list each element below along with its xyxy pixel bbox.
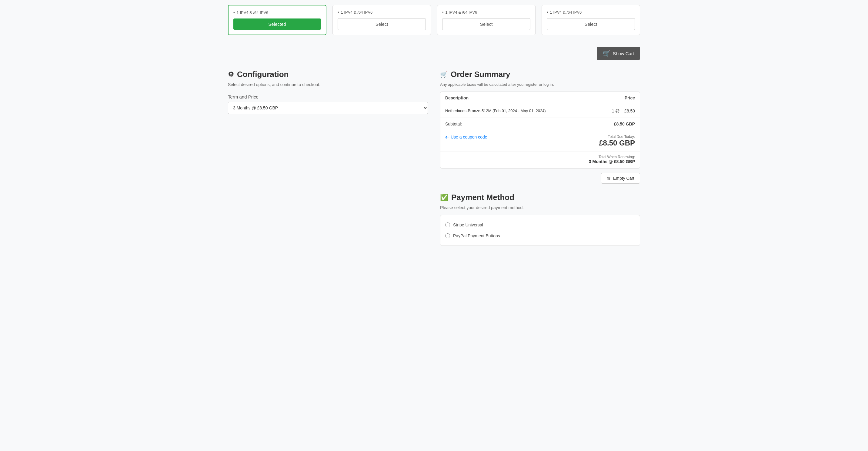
config-title: ⚙ Configuration bbox=[228, 70, 428, 79]
plan-4-select-button[interactable]: Select bbox=[547, 18, 635, 30]
empty-cart-label: Empty Cart bbox=[613, 176, 634, 181]
check-circle-icon: ✅ bbox=[440, 194, 448, 202]
plan-card-2: 1 IPV4 & /64 IPV6 Select bbox=[333, 5, 431, 35]
plan-card-4: 1 IPV4 & /64 IPV6 Select bbox=[541, 5, 640, 35]
order-item-row: Netherlands-Bronze-512M (Feb 01, 2024 - … bbox=[440, 104, 640, 118]
payment-section: ✅ Payment Method Please select your desi… bbox=[440, 193, 640, 246]
empty-cart-row: 🗑 Empty Cart bbox=[440, 173, 640, 184]
order-coupon-row: 🏷 Use a coupon code Total Due Today: £8.… bbox=[440, 130, 640, 152]
col-description: Description bbox=[445, 95, 469, 100]
empty-cart-button[interactable]: 🗑 Empty Cart bbox=[601, 173, 640, 184]
show-cart-label: Show Cart bbox=[613, 51, 634, 56]
total-due-label: Total Due Today: bbox=[599, 134, 635, 139]
subtotal-label: Subtotal: bbox=[445, 122, 462, 126]
item-price-value: £8.50 bbox=[624, 109, 635, 113]
payment-options-box: Stripe Universal PayPal Payment Buttons bbox=[440, 215, 640, 246]
plan-2-feature: 1 IPV4 & /64 IPV6 bbox=[338, 10, 426, 14]
plans-row: 1 IPV4 & /64 IPV6 Selected 1 IPV4 & /64 … bbox=[228, 0, 640, 40]
payment-option-stripe[interactable]: Stripe Universal bbox=[445, 219, 635, 230]
show-cart-button[interactable]: 🛒 Show Cart bbox=[597, 47, 640, 60]
renewing-value: 3 Months @ £8.50 GBP bbox=[445, 159, 635, 164]
order-item-description: Netherlands-Bronze-512M (Feb 01, 2024 - … bbox=[445, 109, 546, 113]
plan-1-select-button[interactable]: Selected bbox=[234, 19, 321, 30]
cart-icon-summary: 🛒 bbox=[440, 71, 447, 78]
item-qty: 1 @ bbox=[612, 109, 620, 113]
cart-icon: 🛒 bbox=[603, 50, 610, 57]
term-price-field: Term and Price 3 Months @ £8.50 GBP 1 Mo… bbox=[228, 94, 428, 114]
plan-card-1: 1 IPV4 & /64 IPV6 Selected bbox=[228, 5, 327, 35]
order-subtotal-row: Subtotal: £8.50 GBP bbox=[440, 118, 640, 130]
subtotal-value: £8.50 GBP bbox=[614, 122, 635, 126]
plan-card-3: 1 IPV4 & /64 IPV6 Select bbox=[437, 5, 535, 35]
payment-option-paypal[interactable]: PayPal Payment Buttons bbox=[445, 230, 635, 241]
paypal-label: PayPal Payment Buttons bbox=[453, 233, 500, 238]
order-table-header: Description Price bbox=[440, 92, 640, 104]
payment-subtitle: Please select your desired payment metho… bbox=[440, 205, 640, 210]
gear-icon: ⚙ bbox=[228, 71, 234, 79]
stripe-radio[interactable] bbox=[445, 222, 450, 227]
total-due-block: Total Due Today: £8.50 GBP bbox=[599, 134, 635, 147]
renewing-label: Total When Renewing: bbox=[445, 155, 635, 159]
show-cart-row: 🛒 Show Cart bbox=[228, 43, 640, 64]
plan-3-feature: 1 IPV4 & /64 IPV6 bbox=[442, 10, 530, 14]
order-item-price: 1 @ £8.50 bbox=[612, 109, 635, 113]
order-summary-section: 🛒 Order Summary Any applicable taxes wil… bbox=[440, 70, 640, 246]
term-price-select[interactable]: 3 Months @ £8.50 GBP 1 Month @ £3.50 GBP… bbox=[228, 102, 428, 114]
paypal-radio[interactable] bbox=[445, 233, 450, 238]
tag-icon: 🏷 bbox=[445, 134, 450, 140]
configuration-section: ⚙ Configuration Select desired options, … bbox=[228, 70, 428, 246]
main-content: ⚙ Configuration Select desired options, … bbox=[228, 70, 640, 246]
total-due-amount: £8.50 GBP bbox=[599, 139, 635, 147]
renewing-block: Total When Renewing: 3 Months @ £8.50 GB… bbox=[440, 152, 640, 168]
coupon-link[interactable]: 🏷 Use a coupon code bbox=[445, 134, 487, 140]
plan-1-feature: 1 IPV4 & /64 IPV6 bbox=[234, 10, 321, 15]
stripe-label: Stripe Universal bbox=[453, 222, 483, 227]
plan-2-select-button[interactable]: Select bbox=[338, 18, 426, 30]
order-summary-subtitle: Any applicable taxes will be calculated … bbox=[440, 82, 640, 87]
trash-icon: 🗑 bbox=[607, 176, 611, 181]
plan-3-select-button[interactable]: Select bbox=[442, 18, 530, 30]
payment-title: ✅ Payment Method bbox=[440, 193, 640, 202]
config-subtitle: Select desired options, and continue to … bbox=[228, 82, 428, 87]
order-summary-title: 🛒 Order Summary bbox=[440, 70, 640, 79]
plan-4-feature: 1 IPV4 & /64 IPV6 bbox=[547, 10, 635, 14]
order-summary-box: Description Price Netherlands-Bronze-512… bbox=[440, 92, 640, 169]
col-price: Price bbox=[625, 95, 635, 100]
term-price-label: Term and Price bbox=[228, 94, 428, 99]
